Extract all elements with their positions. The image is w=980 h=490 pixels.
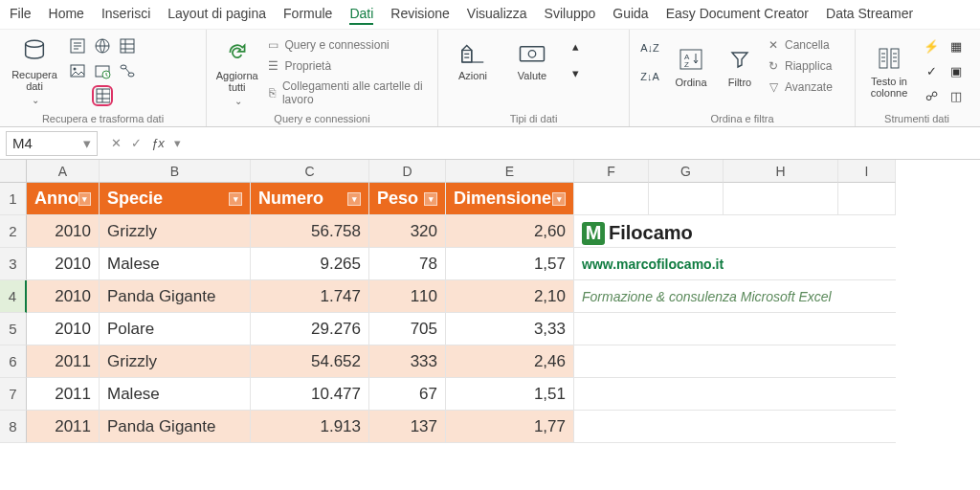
cell[interactable]: M Filocamo	[574, 215, 896, 248]
filter-dropdown-icon[interactable]: ▾	[78, 192, 91, 206]
proprieta-button[interactable]: ☰ Proprietà	[265, 56, 430, 76]
sort-desc-icon[interactable]: Z↓A	[637, 64, 662, 89]
col-header[interactable]: B	[100, 160, 251, 183]
col-header[interactable]: C	[251, 160, 369, 183]
collegamenti-button[interactable]: ⎘ Collegamenti alle cartelle di lavoro	[265, 78, 430, 108]
riapplica-button[interactable]: ↻Riapplica	[766, 56, 833, 76]
avanzate-button[interactable]: ▽Avanzate	[766, 78, 833, 97]
cell[interactable]: Malese	[100, 248, 251, 280]
cell[interactable]: 2011	[27, 345, 100, 378]
filter-dropdown-icon[interactable]: ▾	[229, 192, 242, 206]
query-connessioni-button[interactable]: ▭ Query e connessioni	[265, 35, 430, 55]
relations-icon[interactable]: ☍	[921, 85, 942, 106]
cell[interactable]: 1,77	[446, 411, 574, 443]
row-header[interactable]: 4	[0, 280, 27, 313]
cell[interactable]	[838, 183, 896, 215]
table-header-peso[interactable]: Peso▾	[369, 183, 446, 215]
cell[interactable]: Grizzly	[100, 215, 251, 248]
cell[interactable]: 29.276	[251, 313, 369, 345]
menu-sviluppo[interactable]: Sviluppo	[545, 6, 596, 25]
cell[interactable]: 3,33	[446, 313, 574, 345]
menu-guida[interactable]: Guida	[612, 6, 648, 25]
menu-file[interactable]: File	[10, 6, 32, 25]
menu-data-streamer[interactable]: Data Streamer	[826, 6, 913, 25]
cancel-formula-icon[interactable]: ✕	[111, 136, 122, 150]
consolidate-icon[interactable]: ▣	[946, 60, 967, 81]
cell[interactable]: 10.477	[251, 378, 369, 411]
row-header[interactable]: 5	[0, 313, 27, 345]
cell[interactable]: 9.265	[251, 248, 369, 280]
cell[interactable]: 1.913	[251, 411, 369, 443]
cell[interactable]: Grizzly	[100, 345, 251, 378]
cell[interactable]: Panda Gigante	[100, 411, 251, 443]
cell[interactable]: 2010	[27, 215, 100, 248]
filter-dropdown-icon[interactable]: ▾	[347, 192, 361, 206]
cell[interactable]: 320	[369, 215, 446, 248]
remove-dup-icon[interactable]: ▦	[946, 35, 967, 56]
data-valid-icon[interactable]: ✓	[921, 60, 942, 81]
datatype-up-icon[interactable]: ▴	[565, 35, 586, 56]
cell[interactable]: 1.747	[251, 280, 369, 313]
cell[interactable]: 54.652	[251, 345, 369, 378]
col-header[interactable]: E	[446, 160, 574, 183]
filter-dropdown-icon[interactable]: ▾	[424, 192, 437, 206]
col-header[interactable]: F	[574, 160, 649, 183]
cell[interactable]: 56.758	[251, 215, 369, 248]
cell[interactable]: Malese	[100, 378, 251, 411]
cell[interactable]: 2,60	[446, 215, 574, 248]
cell[interactable]: 2011	[27, 411, 100, 443]
fx-icon[interactable]: ƒx	[151, 136, 165, 150]
cell[interactable]: 2011	[27, 378, 100, 411]
row-header[interactable]: 6	[0, 345, 27, 378]
menu-visualizza[interactable]: Visualizza	[467, 6, 527, 25]
col-header[interactable]: D	[369, 160, 446, 183]
fx-dropdown-icon[interactable]: ▾	[174, 136, 181, 150]
website-link[interactable]: www.marcofilocamo.it	[582, 256, 724, 272]
formula-input[interactable]	[189, 131, 980, 156]
row-header[interactable]: 7	[0, 378, 27, 411]
cell[interactable]	[574, 345, 896, 378]
from-table-dropdown-icon[interactable]	[117, 35, 138, 56]
cell[interactable]	[574, 411, 896, 443]
datatype-down-icon[interactable]: ▾	[565, 62, 586, 83]
menu-dati[interactable]: Dati	[349, 6, 373, 25]
valute-button[interactable]: Valute	[505, 37, 559, 81]
cell[interactable]: 2010	[27, 280, 100, 313]
row-header[interactable]: 3	[0, 248, 27, 280]
accept-formula-icon[interactable]: ✓	[131, 136, 142, 150]
name-box[interactable]: M4 ▾	[6, 131, 98, 156]
menu-home[interactable]: Home	[49, 6, 84, 25]
cell[interactable]: Polare	[100, 313, 251, 345]
table-header-numero[interactable]: Numero▾	[251, 183, 369, 215]
from-pic-icon[interactable]	[67, 60, 88, 81]
cell[interactable]	[574, 313, 896, 345]
col-header[interactable]: A	[27, 160, 100, 183]
manage-model-icon[interactable]: ◫	[946, 85, 967, 106]
cell[interactable]	[724, 183, 838, 215]
table-header-specie[interactable]: Specie▾	[100, 183, 251, 215]
namebox-dropdown-icon[interactable]: ▾	[83, 135, 91, 152]
recent-sources-icon[interactable]	[92, 60, 113, 81]
cell[interactable]	[649, 183, 724, 215]
col-header[interactable]: G	[649, 160, 724, 183]
filtro-button[interactable]: Filtro	[720, 35, 760, 97]
from-text-icon[interactable]	[67, 35, 88, 56]
menu-layout[interactable]: Layout di pagina	[167, 6, 266, 25]
aggiorna-tutti-button[interactable]: Aggiorna tutti	[214, 35, 259, 108]
cell[interactable]: 2010	[27, 313, 100, 345]
cell[interactable]: 1,57	[446, 248, 574, 280]
cell[interactable]: www.marcofilocamo.it	[574, 248, 896, 280]
cell[interactable]: 2,46	[446, 345, 574, 378]
from-table-button-highlighted[interactable]	[92, 85, 113, 106]
cell[interactable]: Panda Gigante	[100, 280, 251, 313]
cell[interactable]: 1,51	[446, 378, 574, 411]
cell[interactable]: 2010	[27, 248, 100, 280]
table-header-anno[interactable]: Anno▾	[27, 183, 100, 215]
select-all-corner[interactable]	[0, 160, 27, 183]
cell[interactable]: 705	[369, 313, 446, 345]
cell[interactable]: 137	[369, 411, 446, 443]
cancella-filtro-button[interactable]: ✕Cancella	[766, 35, 833, 55]
sort-asc-icon[interactable]: A↓Z	[637, 35, 662, 60]
testo-in-colonne-button[interactable]: Testo in colonne	[863, 35, 915, 106]
col-header[interactable]: I	[838, 160, 896, 183]
